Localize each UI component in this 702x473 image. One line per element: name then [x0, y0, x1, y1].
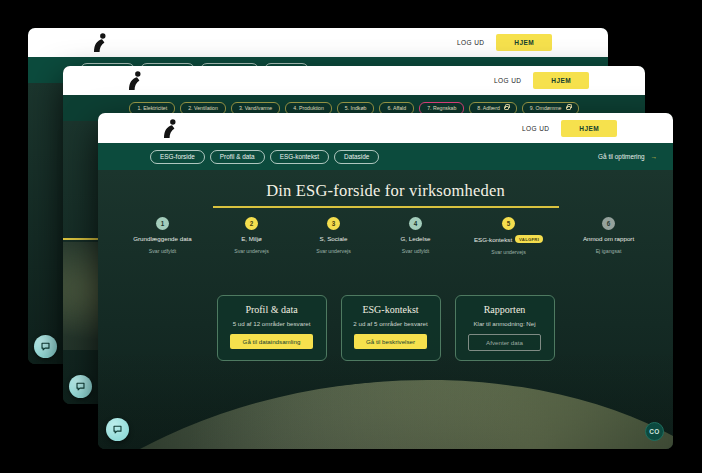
optional-badge: VALGFRI [515, 235, 543, 243]
awaiting-data-button: Afventer data [468, 334, 542, 351]
step-label: S, Sociale [320, 235, 348, 242]
card-title: Profil & data [227, 304, 317, 315]
nav-tab-profil-data[interactable]: Profil & data [210, 150, 265, 164]
step-status: Ej igangsat [596, 248, 622, 254]
step-g-ledelse: 4 G, Ledelse Svar udfyldt [375, 217, 457, 255]
step-number-badge: 2 [245, 217, 258, 230]
card-subtitle: 5 ud af 12 områder besvaret [227, 320, 317, 327]
chat-bubble-icon [112, 424, 123, 435]
home-button[interactable]: HJEM [561, 120, 617, 137]
company-logo-icon [162, 119, 177, 138]
step-number-badge: 5 [502, 217, 515, 230]
chat-button[interactable] [69, 375, 92, 398]
home-button[interactable]: HJEM [533, 72, 589, 89]
card-profil-data: Profil & data 5 ud af 12 områder besvare… [217, 295, 327, 361]
card-subtitle: 2 ud af 5 områder besvaret [351, 320, 431, 327]
step-status: Svar udfyldt [149, 248, 176, 254]
front-nav: ESG-forside Profil & data ESG-kontekst D… [98, 143, 673, 170]
step-e-miljo: 2 E, Miljø Svar undervejs [211, 217, 293, 255]
step-esg-kontekst: 5 ESG-kontekst VALGFRI Svar undervejs [457, 217, 561, 255]
card-title: ESG-kontekst [351, 304, 431, 315]
go-to-descriptions-button[interactable]: Gå til beskrivelser [354, 334, 428, 349]
step-s-sociale: 3 S, Sociale Svar undervejs [293, 217, 375, 255]
home-button[interactable]: HJEM [496, 34, 552, 51]
nav-tab-esg-forside[interactable]: ESG-forside [150, 150, 205, 164]
window-front: LOG UD HJEM ESG-forside Profil & data ES… [98, 113, 673, 449]
step-status: Svar undervejs [316, 248, 351, 254]
card-rapporten: Rapporten Klar til anmodning: Nej Afvent… [455, 295, 555, 361]
step-number-badge: 6 [602, 217, 615, 230]
lock-icon [566, 106, 571, 110]
company-logo-icon [127, 71, 142, 90]
step-grundlaeggende-data: 1 Grundlæggende data Svar udfyldt [115, 217, 211, 255]
front-header: LOG UD HJEM [98, 113, 673, 143]
step-label: Anmod om rapport [583, 235, 634, 242]
middle-header: LOG UD HJEM [63, 66, 645, 95]
page-title: Din ESG-forside for virksomheden [98, 181, 673, 201]
step-number-badge: 4 [409, 217, 422, 230]
chat-button[interactable] [106, 418, 129, 441]
title-underline [213, 206, 559, 208]
front-window-body: Din ESG-forside for virksomheden 1 Grund… [98, 170, 673, 449]
go-to-data-collection-button[interactable]: Gå til dataindsamling [230, 334, 313, 349]
step-number-badge: 3 [327, 217, 340, 230]
cookie-widget-button[interactable]: CO [645, 422, 664, 441]
nav-tab-dataside[interactable]: Dataside [334, 150, 379, 164]
step-label: ESG-kontekst [474, 236, 512, 243]
step-anmod-om-rapport: 6 Anmod om rapport Ej igangsat [561, 217, 657, 255]
step-status: Svar undervejs [234, 248, 269, 254]
chat-button[interactable] [34, 335, 57, 358]
logout-link[interactable]: LOG UD [457, 39, 484, 46]
step-label: G, Ledelse [401, 235, 431, 242]
back-header: LOG UD HJEM [28, 28, 608, 57]
step-label: Grundlæggende data [133, 235, 191, 242]
card-title: Rapporten [465, 304, 545, 315]
card-subtitle: Klar til anmodning: Nej [465, 320, 545, 327]
company-logo-icon [92, 33, 107, 52]
progress-stepper: 1 Grundlæggende data Svar udfyldt 2 E, M… [98, 217, 673, 255]
chat-bubble-icon [40, 341, 51, 352]
status-cards-row: Profil & data 5 ud af 12 områder besvare… [98, 295, 673, 361]
earth-shade-overlay [98, 350, 673, 449]
card-esg-kontekst: ESG-kontekst 2 ud af 5 områder besvaret … [341, 295, 441, 361]
nav-tab-esg-kontekst[interactable]: ESG-kontekst [270, 150, 329, 164]
step-number-badge: 1 [156, 217, 169, 230]
arrow-right-icon: → [651, 153, 657, 160]
step-status: Svar undervejs [491, 249, 526, 255]
desktop-stage: LOG UD HJEM ESG-forside Profil & data ES… [0, 0, 702, 473]
optimize-link[interactable]: Gå til optimering→ [598, 153, 657, 160]
logout-link[interactable]: LOG UD [494, 77, 521, 84]
step-label: E, Miljø [241, 235, 262, 242]
lock-icon [504, 106, 509, 110]
step-status: Svar udfyldt [402, 248, 429, 254]
logout-link[interactable]: LOG UD [522, 125, 549, 132]
chat-bubble-icon [75, 381, 86, 392]
